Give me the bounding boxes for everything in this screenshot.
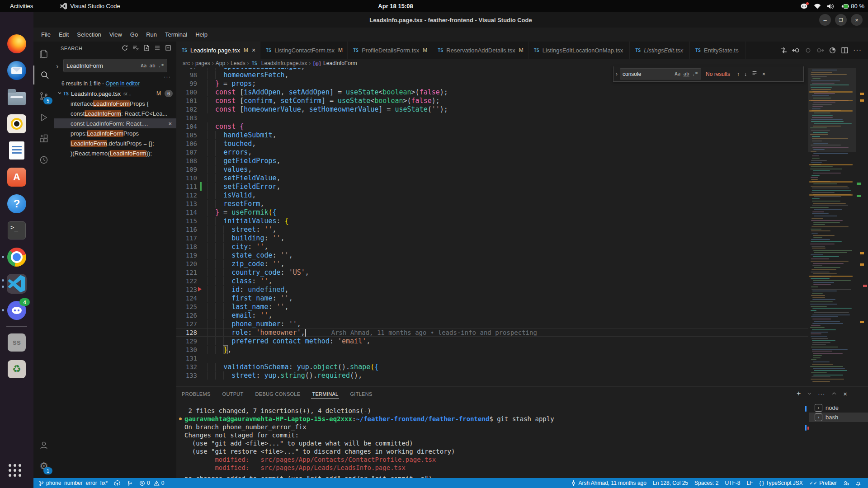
- focused-app-indicator[interactable]: Visual Studio Code: [60, 3, 120, 9]
- code-line-109[interactable]: 109 values,: [176, 165, 808, 174]
- dock-libreoffice-writer[interactable]: [6, 140, 28, 161]
- dock-thunderbird[interactable]: [6, 60, 28, 81]
- dock-ss-tool[interactable]: ss: [6, 332, 28, 353]
- problems-status[interactable]: 0 0: [136, 478, 167, 488]
- search-result-row[interactable]: const LeadInfoForm: React....×: [54, 118, 176, 128]
- find-match-case-toggle[interactable]: Aa: [675, 71, 680, 77]
- toggle-search-details-icon[interactable]: ···: [164, 73, 171, 80]
- breadcrumb-item[interactable]: src: [183, 60, 190, 66]
- code-line-133[interactable]: 133 street: yup.string().required(),: [176, 371, 808, 380]
- terminal-output[interactable]: 2 files changed, 7 insertions(+), 4 dele…: [179, 407, 803, 488]
- code-line-105[interactable]: 105 handleSubmit,: [176, 131, 808, 139]
- maximize-button[interactable]: ❐: [835, 14, 847, 26]
- dock-vscode[interactable]: [6, 273, 28, 295]
- tab-EntityState.ts[interactable]: TSEntityState.ts: [690, 42, 745, 59]
- code-line-102[interactable]: 102 const [homeownerValue, setHomeownerV…: [176, 105, 808, 113]
- tab-ListingsEdit.tsx[interactable]: TSListingsEdit.tsx: [630, 42, 690, 59]
- terminal-item-bash[interactable]: ›bash: [809, 413, 868, 422]
- dock-trash[interactable]: ♻: [6, 358, 28, 380]
- dismiss-result-icon[interactable]: ×: [168, 120, 172, 127]
- tab-ProfileDetailsForm.tsx[interactable]: TSProfileDetailsForm.tsxM: [348, 42, 432, 59]
- code-line-127[interactable]: 127 phone_number: '',: [176, 319, 808, 328]
- code-line-120[interactable]: 120 zip_code: '',: [176, 259, 808, 268]
- search-icon[interactable]: [33, 66, 55, 84]
- code-line-131[interactable]: 131: [176, 354, 808, 362]
- code-line-111[interactable]: 111 setFieldError,: [176, 182, 808, 191]
- search-result-row[interactable]: const LeadInfoForm: React.FC<Lea...: [54, 108, 176, 118]
- clear-results-icon[interactable]: [132, 44, 139, 52]
- result-file-row[interactable]: TS LeadsInfo.page.tsx sr... M 6: [54, 89, 176, 99]
- code-line-108[interactable]: 108 getFieldProps,: [176, 156, 808, 165]
- open-in-editor-link[interactable]: Open in editor: [105, 80, 139, 87]
- menu-help[interactable]: Help: [191, 29, 212, 40]
- system-tray[interactable]: 80 %: [800, 0, 864, 12]
- breadcrumb-item[interactable]: App: [216, 60, 225, 66]
- language-mode[interactable]: { }TypeScript JSX: [756, 478, 806, 488]
- regex-toggle[interactable]: .*: [158, 63, 164, 69]
- dock-discord[interactable]: 4: [6, 300, 28, 321]
- code-line-112[interactable]: 112 isValid,: [176, 191, 808, 199]
- code-line-110[interactable]: 110 setFieldValue,: [176, 174, 808, 182]
- indentation[interactable]: Spaces: 2: [691, 478, 722, 488]
- tab-ListingsEditLocationOnMap.tsx[interactable]: TSListingsEditLocationOnMap.tsx: [528, 42, 630, 59]
- open-changes-icon[interactable]: [780, 47, 788, 54]
- timeline-icon[interactable]: [829, 47, 836, 54]
- code-editor[interactable]: 97 updateLeadListingId,98 homeownersFetc…: [176, 68, 808, 386]
- window-titlebar[interactable]: LeadsInfo.page.tsx - feather-frontend - …: [33, 12, 868, 28]
- code-line-113[interactable]: 113 resetForm,: [176, 199, 808, 208]
- code-line-106[interactable]: 106 touched,: [176, 139, 808, 148]
- code-line-100[interactable]: 100 const [isAddOpen, setAddOpen] = useS…: [176, 88, 808, 96]
- new-terminal-icon[interactable]: +: [797, 389, 801, 398]
- split-editor-icon[interactable]: [841, 47, 849, 54]
- dock-ubuntu-software[interactable]: A: [6, 166, 28, 188]
- code-line-101[interactable]: 101 const [confirm, setConfirm] = useSta…: [176, 96, 808, 105]
- next-change-icon[interactable]: [816, 47, 824, 54]
- app-grid-button[interactable]: [9, 464, 21, 477]
- find-input-box[interactable]: Aa ab .*: [620, 68, 701, 80]
- dock-terminal[interactable]: >_: [6, 220, 28, 241]
- panel-more-icon[interactable]: ···: [818, 390, 825, 397]
- formatter[interactable]: ✓✓Prettier: [806, 478, 840, 488]
- search-input[interactable]: [64, 62, 141, 69]
- history-icon[interactable]: [33, 150, 54, 169]
- minimap[interactable]: [808, 68, 856, 386]
- code-line-117[interactable]: 117 building: '',: [176, 234, 808, 242]
- dock-help[interactable]: ?: [6, 193, 28, 215]
- find-whole-word-toggle[interactable]: ab: [684, 71, 689, 77]
- activities-button[interactable]: Activities: [6, 2, 37, 10]
- dock-chrome[interactable]: [6, 246, 28, 268]
- breadcrumb-item[interactable]: pages: [195, 60, 210, 66]
- code-line-114[interactable]: 114 } = useFormik({: [176, 208, 808, 216]
- find-input[interactable]: [620, 71, 675, 77]
- breadcrumb-symbol[interactable]: LeadInfoForm: [323, 60, 357, 66]
- settings-gear-icon[interactable]: ⚙ 1: [33, 457, 54, 476]
- code-line-124[interactable]: 124 first_name: '',: [176, 294, 808, 302]
- breadcrumb-item[interactable]: Leads: [231, 60, 245, 66]
- eol[interactable]: LF: [743, 478, 756, 488]
- code-line-125[interactable]: 125 last_name: '',: [176, 302, 808, 311]
- menu-go[interactable]: Go: [126, 29, 142, 40]
- open-search-editor-icon[interactable]: [143, 44, 150, 52]
- find-regex-toggle[interactable]: .*: [692, 71, 698, 77]
- panel-tab-terminal[interactable]: TERMINAL: [311, 389, 339, 399]
- code-line-132[interactable]: 132 validationSchema: yup.object().shape…: [176, 362, 808, 371]
- code-line-119[interactable]: 119 state_code: '',: [176, 251, 808, 259]
- panel-tab-debug-console[interactable]: DEBUG CONSOLE: [255, 389, 302, 399]
- code-line-104[interactable]: 104 const {: [176, 122, 808, 131]
- panel-tab-gitlens[interactable]: GITLENS: [349, 389, 373, 399]
- code-line-103[interactable]: 103: [176, 113, 808, 122]
- find-in-selection-icon[interactable]: [751, 70, 758, 78]
- publish-changes-button[interactable]: [111, 478, 124, 488]
- encoding[interactable]: UTF-8: [722, 478, 743, 488]
- tab-ListingContactForm.tsx[interactable]: TSListingContactForm.tsxM: [260, 42, 348, 59]
- code-line-123[interactable]: 123 id: undefined,: [176, 285, 808, 294]
- menu-selection[interactable]: Selection: [73, 29, 105, 40]
- sync-status-button[interactable]: [124, 478, 136, 488]
- code-line-130[interactable]: 130 },: [176, 345, 808, 354]
- extensions-icon[interactable]: [33, 129, 54, 148]
- minimize-button[interactable]: –: [819, 14, 831, 26]
- account-icon[interactable]: [33, 436, 54, 455]
- panel-tab-problems[interactable]: PROBLEMS: [181, 389, 212, 399]
- collapse-all-icon[interactable]: [165, 44, 172, 52]
- menu-file[interactable]: File: [37, 29, 55, 40]
